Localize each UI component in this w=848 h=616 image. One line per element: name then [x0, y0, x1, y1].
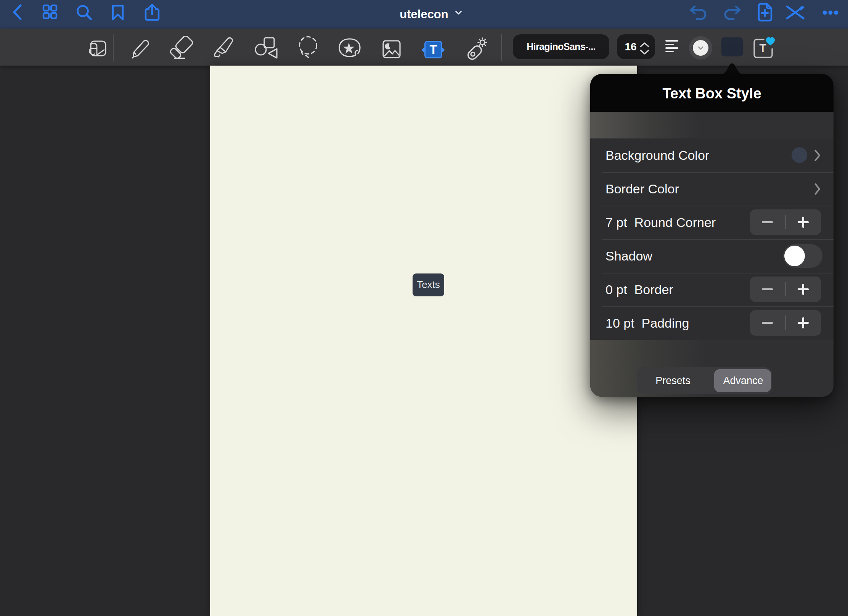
- svg-text:T: T: [759, 42, 766, 54]
